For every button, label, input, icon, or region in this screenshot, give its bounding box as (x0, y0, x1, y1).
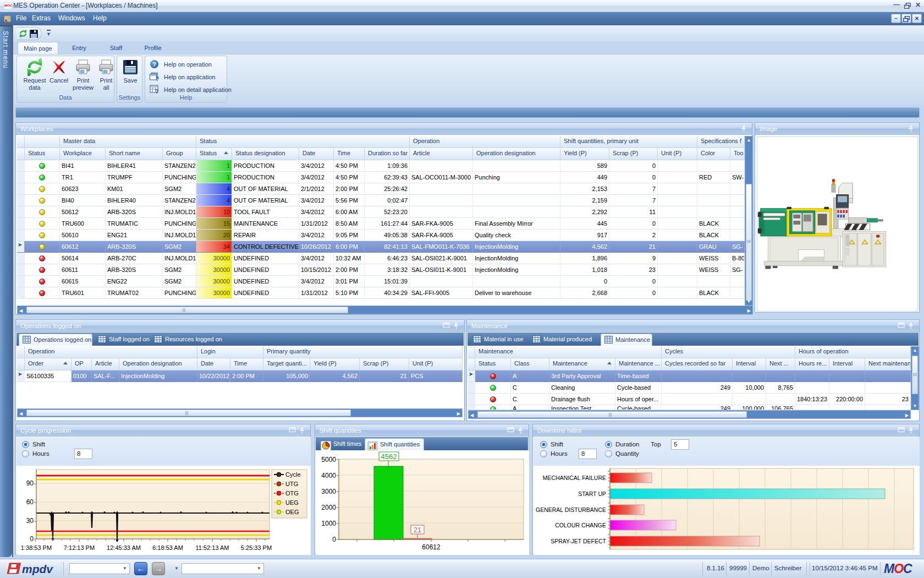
svg-text:21: 21 (414, 526, 421, 534)
svg-text:SPRAY-JET DEFECT: SPRAY-JET DEFECT (551, 538, 606, 544)
svg-text:GENERAL DISTURBANCE: GENERAL DISTURBANCE (536, 506, 606, 513)
svg-text:4000: 4000 (321, 472, 336, 479)
svg-text:6:18:53 AM: 6:18:53 AM (152, 544, 183, 551)
svg-text:0: 0 (30, 535, 34, 543)
svg-text:MECHANICAL FAILURE: MECHANICAL FAILURE (543, 475, 606, 481)
svg-text:?: ? (152, 61, 156, 68)
svg-text:11:52:13 AM: 11:52:13 AM (196, 544, 229, 551)
svg-text:?: ? (156, 76, 159, 81)
svg-text:OTG: OTG (285, 490, 299, 497)
svg-text:1:38:53 PM: 1:38:53 PM (21, 544, 52, 551)
svg-text:mpdv: mpdv (22, 563, 53, 575)
svg-text:3000: 3000 (321, 488, 336, 495)
svg-text:60: 60 (26, 498, 34, 506)
svg-text:2000: 2000 (321, 504, 336, 511)
svg-text:5:25:33 PM: 5:25:33 PM (241, 544, 272, 551)
svg-text:12:45:33 AM: 12:45:33 AM (107, 544, 141, 551)
svg-text:OEG: OEG (285, 509, 299, 515)
svg-text:4562: 4562 (381, 452, 397, 461)
svg-text:Cycle: Cycle (285, 471, 301, 478)
svg-text:7:12:13 PM: 7:12:13 PM (64, 544, 95, 551)
svg-text:90: 90 (26, 479, 34, 487)
svg-text:UEG: UEG (285, 499, 299, 506)
svg-text:UTG: UTG (285, 481, 298, 487)
svg-text:5000: 5000 (321, 456, 336, 464)
svg-text:START UP: START UP (578, 490, 606, 497)
svg-text:0: 0 (332, 536, 336, 543)
svg-text:60612: 60612 (422, 543, 441, 551)
svg-text:COLOUR CHANGE: COLOUR CHANGE (555, 522, 606, 528)
svg-text:30: 30 (26, 517, 34, 525)
svg-text:1000: 1000 (321, 520, 336, 527)
